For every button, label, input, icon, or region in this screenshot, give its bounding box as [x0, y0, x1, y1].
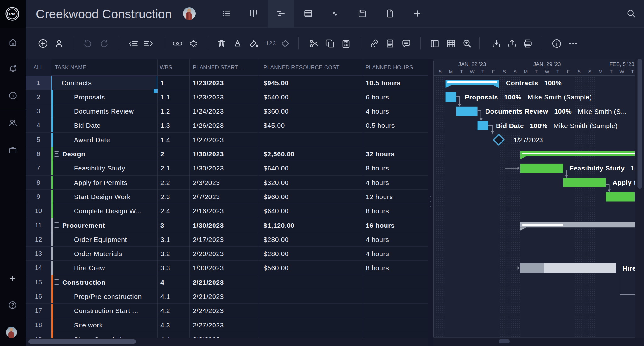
svg-text:F: F: [492, 69, 495, 74]
svg-text:S: S: [513, 69, 516, 74]
svg-text:S: S: [577, 69, 580, 74]
svg-text:Proposals 100% Mike Smith: Proposals 100% Mike Smith (Sample): [465, 93, 592, 101]
svg-text:S: S: [588, 69, 591, 74]
svg-text:W: W: [470, 69, 475, 74]
svg-text:M: M: [449, 69, 453, 74]
svg-text:S: S: [438, 69, 441, 74]
svg-text:M: M: [524, 69, 528, 74]
svg-text:JAN, 22 ’23: JAN, 22 ’23: [458, 61, 486, 67]
svg-text:T: T: [556, 69, 559, 74]
svg-text:Contracts 100%: Contracts 100%: [506, 79, 562, 87]
svg-text:S: S: [502, 69, 506, 74]
svg-text:1/27/2023: 1/27/2023: [514, 136, 543, 143]
svg-text:FEB, 5 ’23: FEB, 5 ’23: [609, 61, 634, 67]
svg-text:JAN, 29 ’23: JAN, 29 ’23: [533, 61, 561, 67]
svg-text:Documents Review 100% Mike: Documents Review 100% Mike Smith (S...: [485, 108, 627, 115]
svg-text:T: T: [481, 69, 485, 74]
svg-text:T: T: [631, 69, 634, 74]
svg-text:M: M: [598, 69, 602, 74]
svg-text:W: W: [619, 69, 624, 74]
svg-text:Bid Date 100% Mike Smith (: Bid Date 100% Mike Smith (Sample): [496, 122, 618, 129]
svg-text:T: T: [460, 69, 463, 74]
svg-text:W: W: [545, 69, 549, 74]
svg-text:PM: PM: [9, 12, 15, 16]
svg-text:Feasibility Study 10: Feasibility Study 10: [569, 165, 638, 172]
svg-text:T: T: [535, 69, 538, 74]
svg-text:T: T: [610, 69, 613, 74]
svg-text:F: F: [567, 69, 570, 74]
